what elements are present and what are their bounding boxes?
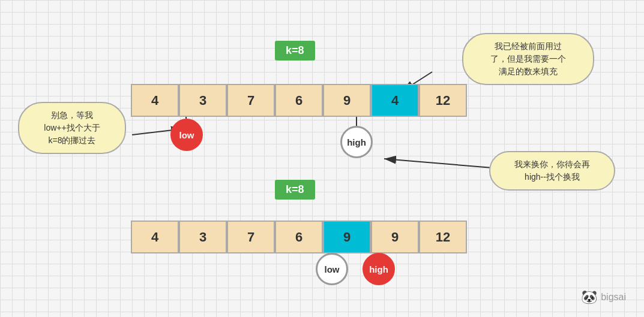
bubble-top-left: 别急，等我 low++找个大于 k=8的挪过去 <box>18 102 126 154</box>
top-cell-0: 4 <box>131 84 179 117</box>
top-cell-4: 9 <box>323 84 371 117</box>
bottom-cell-5: 9 <box>371 221 419 253</box>
top-low-circle: low <box>170 119 203 151</box>
bottom-cell-0: 4 <box>131 221 179 253</box>
top-cell-1: 3 <box>179 84 227 117</box>
bottom-cell-2: 7 <box>227 221 275 253</box>
bottom-array: 4 3 7 6 9 9 12 <box>131 221 467 253</box>
top-cell-5: 4 <box>371 84 419 117</box>
bottom-k-label: k=8 <box>275 180 315 200</box>
logo-icon: 🐼 <box>581 289 597 305</box>
bottom-cell-1: 3 <box>179 221 227 253</box>
bottom-cell-4: 9 <box>323 221 371 253</box>
bottom-cell-3: 6 <box>275 221 323 253</box>
bubble-right-middle: 我来换你，你待会再 high--找个换我 <box>489 151 615 191</box>
top-cell-3: 6 <box>275 84 323 117</box>
top-high-circle: high <box>340 126 373 158</box>
top-k-label: k=8 <box>275 41 315 61</box>
bottom-cell-6: 12 <box>419 221 467 253</box>
bottom-high-circle: high <box>363 253 395 285</box>
top-array: 4 3 7 6 9 4 12 <box>131 84 467 117</box>
top-cell-2: 7 <box>227 84 275 117</box>
bottom-low-circle: low <box>316 253 348 285</box>
top-cell-6: 12 <box>419 84 467 117</box>
bubble-top-right: 我已经被前面用过 了，但是我需要一个 满足的数来填充 <box>462 33 594 85</box>
logo-text: bigsai <box>601 292 626 303</box>
logo: 🐼 bigsai <box>581 289 626 305</box>
